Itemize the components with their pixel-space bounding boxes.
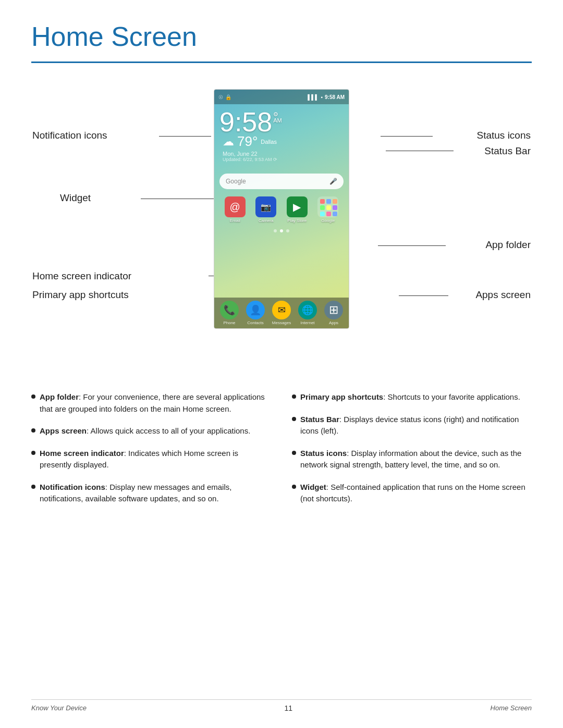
app-icons-row: @ Email 📷 Camera ▶ Play Store <box>214 193 349 226</box>
phone-shortcut-icon: 📞 <box>220 301 239 319</box>
google-folder-label: Google <box>321 218 335 223</box>
bullet-apps-screen: Apps screen: Allows quick access to all … <box>31 425 271 437</box>
bullet-text-home-indicator: Home screen indicator: Indicates which H… <box>40 448 271 471</box>
dot-1 <box>274 229 277 232</box>
page-footer: Know Your Device 11 Home Screen <box>31 699 532 712</box>
header-rule <box>31 61 532 63</box>
mini-icon-3 <box>333 199 337 204</box>
phone-mockup: ☉ 🔒 ▌▌▌ ▪ 9:58 AM 9:58 ⚙ AM <box>214 89 349 329</box>
bullet-dot-7 <box>292 451 296 455</box>
app-icon-camera[interactable]: 📷 Camera <box>253 196 278 223</box>
mic-icon: 🎤 <box>329 178 337 185</box>
line-apps-screen <box>399 295 448 296</box>
clock-settings-icon: ⚙ <box>273 112 282 117</box>
google-search-bar[interactable]: Google 🎤 <box>219 174 344 189</box>
bullet-text-widget: Widget: Self-contained application that … <box>300 482 532 505</box>
status-bar-left-icons: ☉ 🔒 <box>218 94 231 100</box>
internet-shortcut-label: Internet <box>300 320 314 325</box>
messages-shortcut-icon: ✉ <box>272 301 291 319</box>
contacts-shortcut-icon: 👤 <box>246 301 265 319</box>
bullet-column-left: App folder: For your convenience, there … <box>31 391 271 515</box>
app-icon-email[interactable]: @ Email <box>223 196 248 223</box>
bullet-home-indicator: Home screen indicator: Indicates which H… <box>31 448 271 471</box>
weather-city: Dallas <box>261 139 277 145</box>
bullet-status-icons: Status icons: Display information about … <box>292 448 532 471</box>
mini-icon-2 <box>326 199 331 204</box>
shortcut-internet[interactable]: 🌐 Internet <box>296 301 319 325</box>
bullet-section: App folder: For your convenience, there … <box>31 391 532 515</box>
footer-left: Know Your Device <box>31 704 87 712</box>
weather-icon: ☁ <box>223 135 234 149</box>
dot-3 <box>286 229 289 232</box>
page-title: Home Screen <box>31 21 532 52</box>
apps-shortcut-icon: ⊞ <box>324 301 343 319</box>
label-widget: Widget <box>60 192 91 204</box>
clock-date: Mon, June 22 <box>219 151 344 157</box>
app-icon-play-store[interactable]: ▶ Play Store <box>285 196 310 223</box>
status-bar: ☉ 🔒 ▌▌▌ ▪ 9:58 AM <box>214 90 349 104</box>
app-folder-icon-img <box>317 196 338 217</box>
page-header: Home Screen <box>0 0 563 61</box>
label-status-icons: Status icons <box>477 130 531 141</box>
bullet-text-apps-screen: Apps screen: Allows quick access to all … <box>40 425 250 437</box>
home-indicator <box>214 226 349 236</box>
shortcut-contacts[interactable]: 👤 Contacts <box>244 301 267 325</box>
play-store-icon-label: Play Store <box>287 218 307 223</box>
clock-digits: 9:58 <box>219 108 272 135</box>
update-text: Updated: 6/22, 9:53 AM ⟳ <box>219 157 344 162</box>
line-status-bar <box>386 151 454 151</box>
mini-icon-7 <box>320 212 325 216</box>
messages-shortcut-label: Messages <box>272 320 291 325</box>
status-bar-right-icons: ▌▌▌ ▪ 9:58 AM <box>308 94 345 100</box>
contacts-shortcut-label: Contacts <box>247 320 264 325</box>
bullet-dot-4 <box>31 485 35 489</box>
email-icon-img: @ <box>225 196 246 217</box>
internet-shortcut-icon: 🌐 <box>298 301 317 319</box>
mini-icon-1 <box>320 199 325 204</box>
bottom-shortcuts: 📞 Phone 👤 Contacts ✉ Messages 🌐 Internet… <box>214 298 349 328</box>
bullet-dot-5 <box>292 394 296 399</box>
dot-2 <box>280 229 283 232</box>
mini-icon-5 <box>326 205 331 210</box>
clock-time-display: 9:58 ⚙ AM <box>219 108 344 135</box>
status-time: 9:58 AM <box>325 94 345 100</box>
bullet-text-notification-icons: Notification icons: Display new messages… <box>40 482 271 505</box>
bullet-primary-shortcuts: Primary app shortcuts: Shortcuts to your… <box>292 391 532 403</box>
label-apps-screen: Apps screen <box>475 289 531 301</box>
notification-icon-1: ☉ <box>218 94 223 100</box>
camera-icon-label: Camera <box>259 218 273 223</box>
shortcut-messages[interactable]: ✉ Messages <box>270 301 293 325</box>
bullet-dot-6 <box>292 417 296 421</box>
mini-icon-9 <box>333 212 337 216</box>
battery-icon: ▪ <box>321 94 323 100</box>
play-store-icon-img: ▶ <box>287 196 308 217</box>
bullet-status-bar: Status Bar: Displays device status icons… <box>292 414 532 437</box>
diagram-area: Notification icons Widget Home screen in… <box>0 73 563 376</box>
apps-shortcut-label: Apps <box>329 320 338 325</box>
bullet-dot-1 <box>31 394 35 399</box>
line-notification <box>159 136 211 137</box>
notification-icon-2: 🔒 <box>225 94 231 100</box>
bullet-text-status-bar: Status Bar: Displays device status icons… <box>300 414 532 437</box>
mini-icon-4 <box>320 205 325 210</box>
bullet-text-app-folder: App folder: For your convenience, there … <box>40 391 271 415</box>
shortcut-apps[interactable]: ⊞ Apps <box>322 301 345 325</box>
footer-right: Home Screen <box>491 704 532 712</box>
mini-icon-6 <box>333 205 337 210</box>
label-primary-app-shortcuts: Primary app shortcuts <box>32 289 129 301</box>
line-status-icons <box>381 136 433 137</box>
weather-row: ☁ 79° Dallas <box>219 133 344 150</box>
bullet-notification-icons: Notification icons: Display new messages… <box>31 482 271 505</box>
app-icon-google-folder[interactable]: Google <box>315 196 340 223</box>
shortcut-phone[interactable]: 📞 Phone <box>218 301 241 325</box>
bullet-dot-8 <box>292 485 296 489</box>
temperature: 79° <box>237 133 258 150</box>
mini-icon-8 <box>326 212 331 216</box>
signal-icon: ▌▌▌ <box>308 94 319 100</box>
label-status-bar: Status Bar <box>484 145 531 157</box>
google-text: Google <box>226 178 246 185</box>
clock-small-info: ⚙ AM <box>273 112 282 124</box>
clock-widget: 9:58 ⚙ AM ☁ 79° Dallas Mon, June 22 Upda… <box>214 104 349 164</box>
clock-ampm: AM <box>273 118 282 124</box>
phone-screen: ☉ 🔒 ▌▌▌ ▪ 9:58 AM 9:58 ⚙ AM <box>214 89 349 329</box>
